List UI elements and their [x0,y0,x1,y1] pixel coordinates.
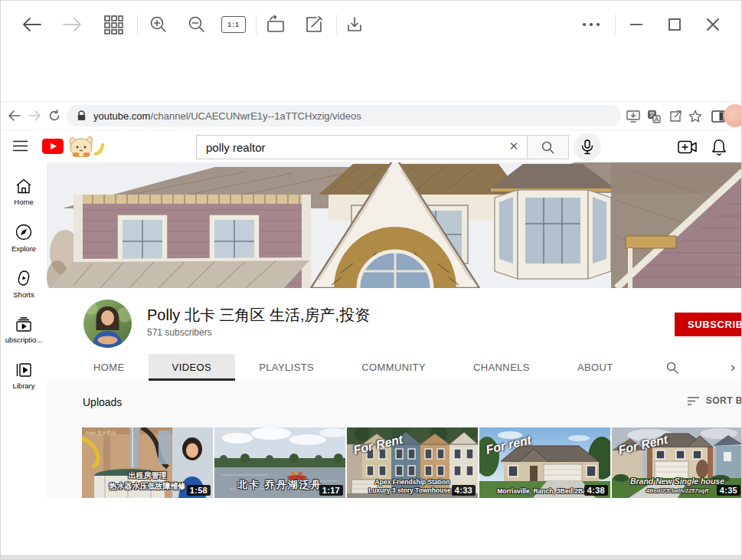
sidebar-item-home[interactable]: Home [1,170,47,215]
channel-avatar [83,300,132,348]
viewer-toolbar: 1:1 [1,1,741,48]
browser-profile-avatar[interactable] [724,104,742,127]
translate-icon[interactable] [646,109,662,124]
video-watermark: Polly 北卡生活 [86,430,116,437]
search-input[interactable] [197,136,508,159]
url-bar[interactable]: youtube.com/channel/UCAECUNwrE1y--1aTTCH… [67,105,621,126]
tab-about[interactable]: ABOUT [554,354,637,381]
video-caption: 出租房管理 [82,470,213,481]
video-duration-badge: 4:38 [584,485,608,496]
channel-tabs: HOME VIDEOS PLAYLISTS COMMUNITY CHANNELS… [47,354,742,381]
bookmark-star-icon[interactable] [688,109,703,124]
tab-playlists[interactable]: PLAYLISTS [235,354,338,381]
sidebar-item-label: Library [12,382,34,390]
toolbar-divider [615,15,616,34]
tabs-overflow-chevron[interactable]: › [731,359,735,375]
forward-icon[interactable] [59,11,85,38]
rotate-icon[interactable] [263,11,289,38]
search-icon [541,141,554,154]
sort-by-label: SORT B [706,395,742,406]
video-thumbnail-3[interactable]: For Rent Apex Friendship Station Luxury … [347,427,478,498]
search-clear-icon[interactable]: ✕ [507,139,521,153]
video-duration-badge: 4:33 [452,485,476,496]
toolbar-divider [336,15,337,34]
subscribe-button[interactable]: SUBSCRIBE [675,313,742,336]
video-thumbnail-4[interactable]: For rent Morrisville, Ranch, 3Bed 2Bath … [479,427,610,498]
toolbar-divider [137,15,138,34]
browser-reload-icon[interactable] [47,108,62,123]
tab-videos[interactable]: VIDEOS [149,354,236,381]
minimize-button[interactable] [623,11,649,38]
channel-logo-sticker [68,134,105,162]
sidebar-item-subscriptions[interactable]: ubscriptio... [1,308,47,352]
channel-search-icon[interactable] [666,354,678,381]
youtube-header: ✕ [1,130,742,163]
video-thumbnail-1[interactable]: Polly 北卡生活 出租房管理 热水器水压低故障维修 1:58 [82,427,213,498]
close-button[interactable] [700,11,726,38]
video-thumbnail-2[interactable]: Polly 北卡 北卡 乔丹湖泛舟 1:17 [214,427,345,498]
actual-size-label: 1:1 [221,16,246,33]
url-path: /channel/UCAECUNwrE1y--1aTTCHxzig/videos [150,110,361,122]
url-text: youtube.com/channel/UCAECUNwrE1y--1aTTCH… [93,110,361,122]
browser-address-bar: youtube.com/channel/UCAECUNwrE1y--1aTTCH… [1,102,742,130]
actual-size-icon[interactable]: 1:1 [221,11,247,38]
url-host: youtube.com [93,110,150,122]
maximize-button[interactable] [662,11,688,38]
video-duration-badge: 4:35 [717,485,740,496]
share-icon[interactable] [668,109,683,124]
sidebar-item-label: ubscriptio... [5,336,43,344]
browser-screenshot: youtube.com/channel/UCAECUNwrE1y--1aTTCH… [1,101,742,498]
toolbar-divider [256,15,257,34]
sidebar-item-explore[interactable]: Explore [1,216,47,260]
window-bottom-edge [1,555,741,559]
zoom-in-icon[interactable] [145,11,172,38]
sidebar-item-label: Home [14,198,33,206]
video-watermark: Polly 北卡 [218,430,239,437]
lock-icon [77,110,86,121]
sidebar-item-label: Explore [11,244,36,253]
channel-banner [47,162,742,288]
microphone-icon [581,139,593,155]
browser-forward-icon[interactable] [27,108,42,123]
channel-name: Polly 北卡 三角区 生活,房产,投资 [147,305,370,326]
channel-info-section: Polly 北卡 三角区 生活,房产,投资 571 subscribers SU… [47,288,742,381]
uploads-title: Uploads [83,396,122,408]
sidebar-item-library[interactable]: Library [1,354,47,398]
sort-by-control[interactable]: SORT B [687,395,742,406]
subscriber-count: 571 subscribers [147,327,212,338]
home-icon [15,178,32,194]
sidebar-item-shorts[interactable]: Shorts [1,262,47,306]
zoom-out-icon[interactable] [184,11,210,38]
back-icon[interactable] [19,11,45,38]
tab-community[interactable]: COMMUNITY [338,354,449,381]
notifications-bell-icon[interactable] [709,138,729,156]
menu-hamburger-icon[interactable] [13,140,28,155]
youtube-mini-sidebar: Home Explore Shorts ubscriptio... Librar… [1,162,47,498]
photo-viewer-window: 1:1 [0,0,742,560]
uploads-section: Uploads SORT B [47,381,742,498]
gallery-grid-icon[interactable] [100,11,126,38]
more-options-icon[interactable] [578,11,604,38]
subscriptions-icon [15,316,32,332]
install-app-icon[interactable] [626,109,641,124]
video-thumbnail-5[interactable]: For Rent Brand New Single house 4Bed/2.5… [612,427,742,498]
explore-compass-icon [15,224,32,241]
search-box: ✕ [196,135,528,159]
edit-icon[interactable] [301,11,327,38]
video-duration-badge: 1:58 [187,485,211,496]
shorts-icon [16,270,31,287]
search-button[interactable] [527,135,569,159]
create-video-icon[interactable] [678,138,698,156]
channel-main: Polly 北卡 三角区 生活,房产,投资 571 subscribers SU… [47,162,742,498]
video-duration-badge: 1:17 [319,485,343,496]
youtube-logo[interactable] [42,139,64,157]
tab-home[interactable]: HOME [70,354,149,381]
youtube-body: Home Explore Shorts ubscriptio... Librar… [1,162,742,498]
sidebar-item-label: Shorts [13,290,34,299]
sort-icon [687,396,700,406]
download-icon[interactable] [342,11,368,38]
voice-search-button[interactable] [574,133,601,161]
browser-back-icon[interactable] [7,108,22,123]
tab-channels[interactable]: CHANNELS [449,354,554,381]
video-grid: Polly 北卡生活 出租房管理 热水器水压低故障维修 1:58 [82,427,742,498]
